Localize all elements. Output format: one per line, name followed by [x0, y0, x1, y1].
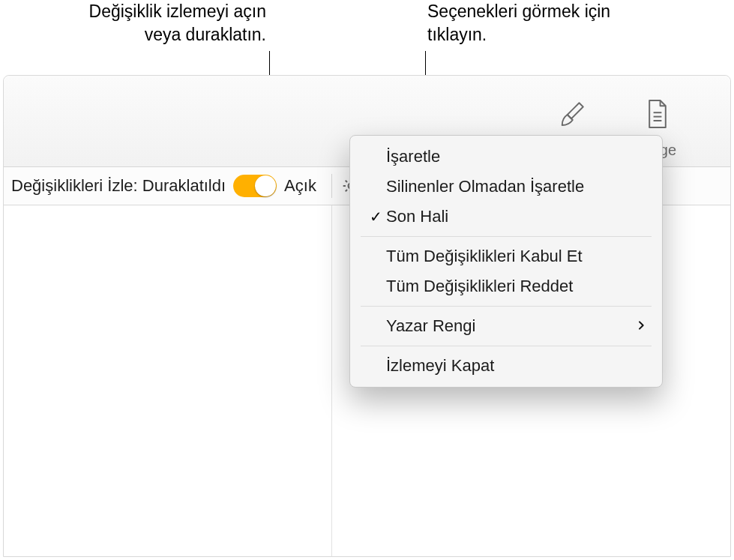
menu-item-label: Son Hali [386, 207, 647, 226]
menu-separator [361, 346, 652, 346]
track-changes-toggle[interactable] [233, 175, 277, 197]
menu-item-label: Tüm Değişiklikleri Reddet [386, 277, 647, 296]
menu-item-label: Silinenler Olmadan İşaretle [386, 177, 647, 196]
menu-item-accept-all[interactable]: Tüm Değişiklikleri Kabul Et [350, 241, 662, 271]
menu-separator [361, 236, 652, 237]
menu-separator [361, 306, 652, 307]
separator [331, 174, 332, 198]
document-icon [644, 97, 671, 136]
menu-item-label: Tüm Değişiklikleri Kabul Et [386, 247, 647, 266]
toggle-knob [255, 175, 276, 196]
callout-toggle-tracking: Değişiklik izlemeyi açın veya duraklatın… [52, 0, 266, 46]
menu-item-turn-off-tracking[interactable]: İzlemeyi Kapat [350, 351, 662, 381]
track-changes-on-label: Açık [284, 176, 316, 196]
menu-item-label: Yazar Rengi [386, 316, 635, 336]
callout-click-for-options: Seçenekleri görmek için tıklayın. [427, 0, 637, 46]
menu-item-label: İşaretle [386, 147, 647, 166]
track-changes-options-menu: İşaretle Silinenler Olmadan İşaretle ✓ S… [349, 135, 663, 388]
track-changes-status-label: Değişiklikleri İzle: Duraklatıldı [11, 176, 226, 196]
menu-item-author-color[interactable]: Yazar Rengi [350, 311, 662, 341]
check-icon: ✓ [365, 208, 386, 226]
menu-item-markup-without-deletions[interactable]: Silinenler Olmadan İşaretle [350, 172, 662, 202]
paintbrush-icon [556, 99, 587, 136]
menu-item-label: İzlemeyi Kapat [386, 356, 647, 376]
menu-item-final[interactable]: ✓ Son Hali [350, 202, 662, 232]
document-canvas[interactable] [4, 205, 331, 556]
menu-item-markup[interactable]: İşaretle [350, 142, 662, 172]
menu-item-reject-all[interactable]: Tüm Değişiklikleri Reddet [350, 271, 662, 301]
chevron-right-icon [635, 318, 647, 335]
